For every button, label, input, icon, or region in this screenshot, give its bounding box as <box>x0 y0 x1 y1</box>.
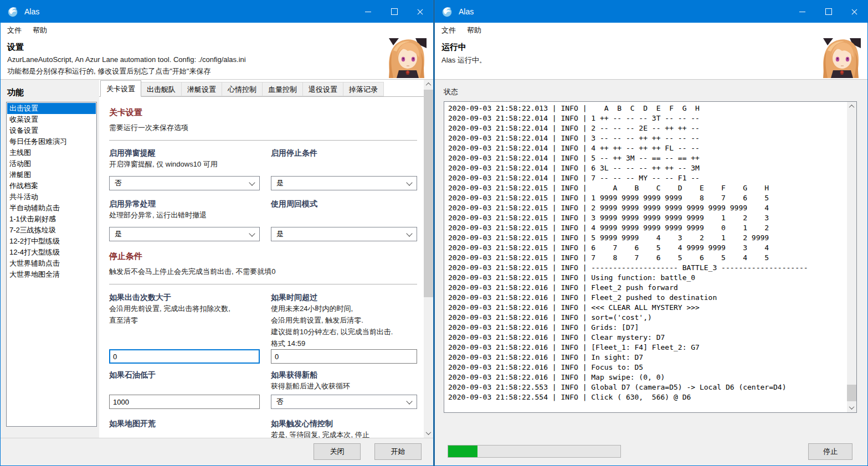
popup-alert-select[interactable]: 否 <box>109 176 260 190</box>
field-label: 如果出击次数大于 <box>109 292 260 303</box>
sidebar-item[interactable]: 7-2三战拣垃圾 <box>7 225 96 236</box>
section-title-stage: 关卡设置 <box>109 107 418 118</box>
sidebar-item[interactable]: 作战档案 <box>7 180 96 191</box>
tab[interactable]: 退役设置 <box>302 82 343 96</box>
new-ship-select[interactable]: 否 <box>271 395 417 409</box>
log-line: 2020-09-03 21:58:22.016 | INFO | sort=('… <box>448 313 845 323</box>
field-new-ship: 如果获得新船 获得新船后进入收获循环 否 <box>271 369 417 392</box>
sortie-count-input[interactable] <box>109 349 260 364</box>
scroll-down-arrow-icon[interactable] <box>424 428 433 438</box>
minimize-button[interactable] <box>355 1 381 23</box>
chevron-down-icon <box>406 398 412 404</box>
main-area: 功能 出击设置收菜设置设备设置每日任务困难演习主线图活动图潜艇图作战档案共斗活动… <box>1 80 433 438</box>
separator <box>109 284 417 284</box>
sidebar-item[interactable]: 大世界辅助点击 <box>7 258 96 269</box>
field-label: 如果触发心情控制 <box>271 418 417 429</box>
tab[interactable]: 血量控制 <box>262 82 303 96</box>
menu-item[interactable]: 帮助 <box>463 23 486 38</box>
stop-condition-select[interactable]: 是 <box>271 176 417 190</box>
log-line: 2020-09-03 21:58:22.013 | INFO | A B C D… <box>448 103 845 113</box>
section-subtitle-stage: 需要运行一次来保存选项 <box>109 123 418 133</box>
scrollbar-thumb[interactable] <box>847 385 856 401</box>
field-label: 如果石油低于 <box>109 369 260 380</box>
sidebar-item[interactable]: 共斗活动 <box>7 191 96 203</box>
sidebar-item[interactable]: 潜艇图 <box>7 169 96 180</box>
tab-panel: 关卡设置 需要运行一次来保存选项 启用弹窗提醒 开启弹窗提醒, 仅 window… <box>99 96 424 438</box>
sidebar-item[interactable]: 大世界地图全清 <box>7 269 96 280</box>
sidebar-item[interactable]: 出击设置 <box>7 103 96 114</box>
chevron-down-icon <box>406 230 412 236</box>
log-line: 2020-09-03 21:58:22.016 | INFO | In sigh… <box>448 353 845 363</box>
avatar <box>821 38 861 78</box>
tab[interactable]: 心情控制 <box>222 82 263 96</box>
log-scrollbar[interactable] <box>847 102 856 412</box>
start-button[interactable]: 开始 <box>374 443 422 460</box>
field-label: 使用周回模式 <box>271 198 417 209</box>
field-emotion-control: 如果触发心情控制 若是, 等待回复, 完成本次, 停止 <box>271 418 417 438</box>
field-exception: 启用异常处理 处理部分异常, 运行出错时撤退 是 <box>109 198 260 221</box>
log-line: 2020-09-03 21:58:22.015 | INFO | 2 9999 … <box>448 203 845 213</box>
sidebar-item[interactable]: 12-4打大型练级 <box>7 247 96 258</box>
window-title: Alas <box>459 7 474 16</box>
log-line: 2020-09-03 21:58:22.014 | INFO | 5 -- ++… <box>448 153 845 163</box>
log-line: 2020-09-03 21:58:22.015 | INFO | 1 9999 … <box>448 193 845 203</box>
log-line: 2020-09-03 21:58:22.554 | INFO | Click (… <box>448 392 845 402</box>
close-button[interactable] <box>407 1 433 23</box>
scroll-up-arrow-icon[interactable] <box>847 102 856 111</box>
field-desc: 处理部分异常, 运行出错时撤退 <box>109 209 260 221</box>
oil-limit-input[interactable] <box>109 395 260 409</box>
title-bar[interactable]: Alas <box>435 1 867 23</box>
tab[interactable]: 掉落记录 <box>343 82 384 96</box>
scroll-down-arrow-icon[interactable] <box>847 403 856 412</box>
loop-mode-select[interactable]: 是 <box>271 227 417 241</box>
menu-item[interactable]: 文件 <box>3 23 26 38</box>
field-oil-limit: 如果石油低于 <box>109 369 260 380</box>
sidebar-item[interactable]: 主线图 <box>7 147 96 158</box>
menu-item[interactable]: 帮助 <box>28 23 52 38</box>
menu-item[interactable]: 文件 <box>437 23 460 38</box>
tab-bar: 关卡设置出击舰队潜艇设置心情控制血量控制退役设置掉落记录 <box>99 80 424 96</box>
log-output[interactable]: 2020-09-03 21:58:22.013 | INFO | A B C D… <box>444 101 857 413</box>
settings-scrollbar[interactable] <box>424 80 433 438</box>
sidebar-item[interactable]: 收菜设置 <box>7 114 96 125</box>
tab[interactable]: 出击舰队 <box>141 82 182 96</box>
maximize-icon <box>391 8 398 15</box>
header-hint: 功能都是分别保存和运行的, 修改设置后别忘了点击"开始"来保存 <box>1 64 433 76</box>
log-line: 2020-09-03 21:58:22.015 | INFO | 5 9999 … <box>448 233 845 243</box>
sidebar-item[interactable]: 半自动辅助点击 <box>7 203 96 214</box>
log-lines: 2020-09-03 21:58:22.013 | INFO | A B C D… <box>448 103 845 412</box>
field-stop-condition: 启用停止条件 是 <box>271 147 417 158</box>
tab[interactable]: 潜艇设置 <box>181 82 222 96</box>
scroll-up-arrow-icon[interactable] <box>424 80 433 89</box>
status-label: 状态 <box>444 87 458 97</box>
progress-fill <box>448 446 477 457</box>
window-title: Alas <box>24 7 39 16</box>
time-exceed-input[interactable] <box>271 349 417 364</box>
tab[interactable]: 关卡设置 <box>100 80 141 97</box>
close-button[interactable] <box>841 1 867 23</box>
selected-value: 否 <box>276 397 284 407</box>
close-settings-button[interactable]: 关闭 <box>314 443 361 460</box>
maximize-button[interactable] <box>815 1 841 23</box>
menu-bar: 文件帮助 <box>435 23 867 38</box>
field-label: 如果地图开荒 <box>109 418 260 429</box>
section-title-stop: 停止条件 <box>109 251 418 262</box>
log-line: 2020-09-03 21:58:22.015 | INFO | Using f… <box>448 273 845 283</box>
field-label: 如果时间超过 <box>271 292 417 303</box>
scrollbar-thumb[interactable] <box>424 90 433 297</box>
stage-settings-form: 关卡设置 需要运行一次来保存选项 启用弹窗提醒 开启弹窗提醒, 仅 window… <box>99 97 424 438</box>
sidebar-item[interactable]: 12-2打中型练级 <box>7 236 96 247</box>
stop-button[interactable]: 停止 <box>808 443 852 460</box>
log-line: 2020-09-03 21:58:22.016 | INFO | Clear m… <box>448 333 845 343</box>
sidebar-item[interactable]: 设备设置 <box>7 125 96 136</box>
selected-value: 是 <box>276 178 284 188</box>
sidebar-item[interactable]: 活动图 <box>7 158 96 169</box>
maximize-button[interactable] <box>381 1 407 23</box>
log-line: 2020-09-03 21:58:22.014 | INFO | 4 ++ ++… <box>448 143 845 153</box>
exception-select[interactable]: 是 <box>109 227 260 241</box>
title-bar[interactable]: Alas <box>1 1 433 23</box>
sidebar-item[interactable]: 每日任务困难演习 <box>7 136 96 147</box>
minimize-button[interactable] <box>789 1 815 23</box>
function-list[interactable]: 出击设置收菜设置设备设置每日任务困难演习主线图活动图潜艇图作战档案共斗活动半自动… <box>6 102 97 427</box>
sidebar-item[interactable]: 1-1伏击刷好感 <box>7 214 96 225</box>
